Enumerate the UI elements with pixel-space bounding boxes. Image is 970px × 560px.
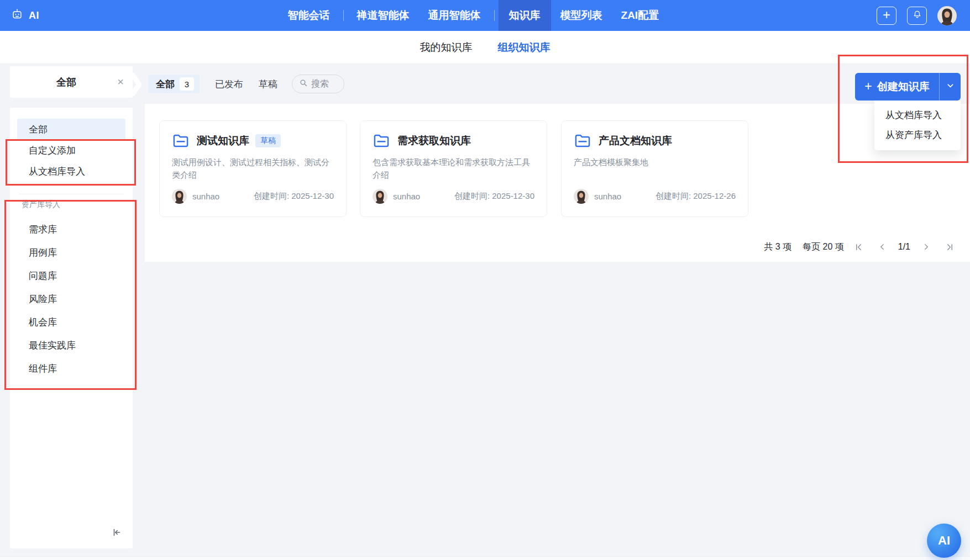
next-page-button[interactable] xyxy=(918,239,935,255)
sidebar-divider xyxy=(19,194,124,194)
user-avatar[interactable] xyxy=(937,6,957,25)
notifications-button[interactable] xyxy=(907,7,927,25)
search-box[interactable] xyxy=(292,75,344,93)
create-kb-dropdown-toggle[interactable] xyxy=(940,82,961,92)
app-logo-text: AI xyxy=(29,10,39,22)
card-header: 产品文档知识库 xyxy=(574,133,736,149)
tab-my-knowledge-base[interactable]: 我的知识库 xyxy=(420,40,473,55)
plus-icon: + xyxy=(864,80,872,94)
sidebar-item-custom-add[interactable]: 自定义添加 xyxy=(17,140,125,161)
sidebar-collapse-button[interactable] xyxy=(109,526,124,541)
sidebar-asset-list: 需求库 用例库 问题库 风险库 机会库 最佳实践库 组件库 xyxy=(10,210,133,380)
draft-status-badge: 草稿 xyxy=(255,134,281,147)
card-header: 测试知识库 草稿 xyxy=(172,133,334,149)
card-footer: sunhao 创建时间: 2025-12-26 xyxy=(574,189,736,204)
robot-icon xyxy=(11,8,23,23)
sidebar-item-best-practice-lib[interactable]: 最佳实践库 xyxy=(17,334,125,357)
chevron-down-icon xyxy=(946,82,955,92)
nav-item-zai-config[interactable]: ZAI配置 xyxy=(612,0,669,31)
folder-icon xyxy=(172,133,190,149)
page: AI 智能会话 禅道智能体 通用智能体 知识库 模型列表 ZAI配置 + xyxy=(0,0,970,560)
sidebar-item-all[interactable]: 全部 xyxy=(17,119,125,140)
pagination-total: 共 3 项 xyxy=(764,241,791,253)
kb-card-product-doc[interactable]: 产品文档知识库 产品文档模板聚集地 sunhao 创建时间: 2025-12-2… xyxy=(561,120,748,217)
created-time: 创建时间: 2025-12-30 xyxy=(454,191,534,202)
ai-fab-label: AI xyxy=(938,533,950,548)
sidebar-item-component-lib[interactable]: 组件库 xyxy=(17,357,125,380)
nav-divider xyxy=(343,10,344,21)
kb-card-title: 测试知识库 xyxy=(197,134,249,148)
kb-card-requirement[interactable]: 需求获取知识库 包含需求获取基本理论和需求获取方法工具介绍 sunhao 创建时… xyxy=(360,120,547,217)
owner-avatar xyxy=(172,189,187,204)
ai-assistant-fab[interactable]: AI xyxy=(927,524,961,558)
bottom-scrollbar-track[interactable] xyxy=(0,556,970,560)
list-toolbar: 全部 3 已发布 草稿 xyxy=(148,64,344,104)
kb-tabrow: 我的知识库 组织知识库 xyxy=(0,31,970,64)
create-kb-button[interactable]: + 创建知识库 xyxy=(855,73,961,101)
prev-page-button[interactable] xyxy=(874,239,890,255)
sidebar-item-requirement-lib[interactable]: 需求库 xyxy=(17,218,125,241)
nav-right-controls: + xyxy=(877,0,957,31)
sidebar-item-usecase-lib[interactable]: 用例库 xyxy=(17,241,125,264)
sidebar-filter-value: 全部 xyxy=(10,76,108,89)
folder-icon xyxy=(574,133,591,149)
owner-name: sunhao xyxy=(594,192,621,201)
tab-org-knowledge-base[interactable]: 组织知识库 xyxy=(498,40,550,55)
created-time: 创建时间: 2025-12-26 xyxy=(656,191,736,202)
kb-card-description: 测试用例设计、测试过程相关指标、测试分类介绍 xyxy=(172,156,334,182)
filter-tab-all[interactable]: 全部 3 xyxy=(148,75,200,93)
nav-item-zentao-agent[interactable]: 禅道智能体 xyxy=(348,0,419,31)
top-nav: AI 智能会话 禅道智能体 通用智能体 知识库 模型列表 ZAI配置 + xyxy=(0,0,970,31)
page-indicator: 1/1 xyxy=(898,242,910,252)
owner-name: sunhao xyxy=(192,192,219,201)
sidebar-item-issue-lib[interactable]: 问题库 xyxy=(17,264,125,287)
app-logo[interactable]: AI xyxy=(0,8,39,23)
add-button[interactable]: + xyxy=(877,7,896,25)
search-icon xyxy=(299,78,308,89)
nav-item-general-agent[interactable]: 通用智能体 xyxy=(419,0,490,31)
kb-card-description: 产品文档模板聚集地 xyxy=(574,156,736,182)
menu-item-from-asset-import[interactable]: 从资产库导入 xyxy=(874,125,961,145)
sidebar-top-list: 全部 自定义添加 从文档库导入 xyxy=(10,108,133,182)
panel-expand-arrow[interactable] xyxy=(129,72,143,99)
card-footer: sunhao 创建时间: 2025-12-30 xyxy=(373,189,534,204)
nav-item-model-list[interactable]: 模型列表 xyxy=(551,0,612,31)
pagination: 共 3 项 每页 20 项 1/1 xyxy=(764,238,958,256)
created-time: 创建时间: 2025-12-30 xyxy=(254,191,334,202)
nav-item-knowledge-base[interactable]: 知识库 xyxy=(499,0,551,31)
plus-icon: + xyxy=(883,8,890,23)
first-page-button[interactable] xyxy=(851,239,867,255)
filter-tab-draft[interactable]: 草稿 xyxy=(259,78,277,91)
nav-menu: 智能会话 禅道智能体 通用智能体 知识库 模型列表 ZAI配置 xyxy=(279,0,669,31)
kb-card-description: 包含需求获取基本理论和需求获取方法工具介绍 xyxy=(373,156,534,182)
kb-card-test[interactable]: 测试知识库 草稿 测试用例设计、测试过程相关指标、测试分类介绍 sunhao 创… xyxy=(159,120,347,217)
filter-all-count-badge: 3 xyxy=(180,77,194,91)
kb-card-title: 需求获取知识库 xyxy=(397,134,471,148)
folder-icon xyxy=(373,133,390,149)
content-panel: 测试知识库 草稿 测试用例设计、测试过程相关指标、测试分类介绍 sunhao 创… xyxy=(145,104,970,262)
kb-card-title: 产品文档知识库 xyxy=(599,134,672,148)
owner-avatar xyxy=(574,189,589,204)
collapse-to-left-icon xyxy=(111,527,122,540)
sidebar: 全部 自定义添加 从文档库导入 资产库导入 需求库 用例库 问题库 风险库 机会… xyxy=(10,108,133,548)
nav-divider xyxy=(494,10,495,21)
filter-tab-published[interactable]: 已发布 xyxy=(215,78,243,91)
sidebar-item-risk-lib[interactable]: 风险库 xyxy=(17,287,125,310)
sidebar-item-from-doc-import[interactable]: 从文档库导入 xyxy=(17,161,125,182)
menu-item-from-doc-import[interactable]: 从文档库导入 xyxy=(874,105,961,125)
bell-icon xyxy=(913,9,922,22)
owner-name: sunhao xyxy=(393,192,420,201)
card-header: 需求获取知识库 xyxy=(373,133,534,149)
create-kb-label: 创建知识库 xyxy=(877,80,930,94)
card-footer: sunhao 创建时间: 2025-12-30 xyxy=(172,189,334,204)
sidebar-section-asset-import: 资产库导入 xyxy=(22,200,133,210)
create-kb-main[interactable]: + 创建知识库 xyxy=(855,80,939,94)
nav-item-smart-chat[interactable]: 智能会话 xyxy=(279,0,339,31)
search-input[interactable] xyxy=(311,79,339,89)
last-page-button[interactable] xyxy=(941,239,958,255)
sidebar-item-opportunity-lib[interactable]: 机会库 xyxy=(17,310,125,334)
sidebar-filter-select[interactable]: 全部 × xyxy=(10,66,133,98)
pagination-per-page[interactable]: 每页 20 项 xyxy=(803,241,844,253)
owner-avatar xyxy=(373,189,387,204)
create-kb-dropdown-menu: 从文档库导入 从资产库导入 xyxy=(874,101,961,150)
